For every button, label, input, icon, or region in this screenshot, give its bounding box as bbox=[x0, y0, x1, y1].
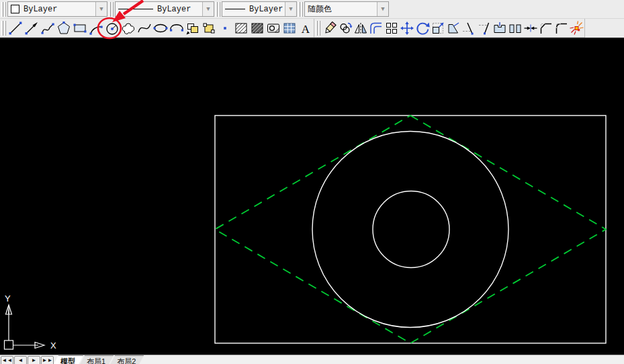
drawn-inner-circle[interactable] bbox=[373, 191, 449, 268]
ucs-y-label: Y bbox=[5, 293, 11, 304]
model-space-canvas[interactable]: Y X bbox=[0, 39, 624, 355]
first-tab-button[interactable]: ◄◄ bbox=[1, 356, 13, 364]
gradient-tool-button[interactable] bbox=[249, 19, 265, 37]
polygon-tool-button[interactable] bbox=[56, 19, 72, 37]
next-tab-button[interactable]: ► bbox=[28, 356, 40, 364]
scale-icon bbox=[430, 20, 446, 36]
copy-icon bbox=[337, 20, 353, 36]
tab-nav-buttons: ◄◄◄►►► bbox=[1, 355, 54, 364]
ellipse-tool-button[interactable] bbox=[152, 19, 169, 37]
layout-tab-布局1[interactable]: 布局1 bbox=[79, 355, 114, 364]
ellipse-icon bbox=[152, 20, 169, 36]
break-tool-button[interactable] bbox=[507, 19, 523, 37]
polygon-icon bbox=[56, 20, 72, 36]
chevron-down-icon[interactable]: ▼ bbox=[95, 2, 107, 16]
chevron-down-icon[interactable]: ▼ bbox=[377, 2, 388, 16]
spline-tool-button[interactable] bbox=[136, 19, 152, 37]
lineweight-sample-icon bbox=[225, 9, 245, 9]
toolbar-grip[interactable] bbox=[1, 21, 6, 36]
toolbar-grip[interactable] bbox=[1, 2, 6, 17]
rectangle-tool-button[interactable] bbox=[72, 19, 88, 37]
erase-icon bbox=[322, 20, 338, 36]
chamfer-tool-button[interactable] bbox=[538, 19, 553, 37]
break-icon bbox=[507, 20, 523, 36]
arc-tool-button[interactable] bbox=[88, 19, 104, 37]
hatch-tool-button[interactable] bbox=[233, 19, 249, 37]
array-tool-button[interactable] bbox=[384, 19, 399, 37]
draw-toolbar: A bbox=[0, 19, 314, 38]
move-tool-button[interactable] bbox=[399, 19, 414, 37]
drawn-dashed-diamond[interactable] bbox=[215, 116, 606, 343]
layout-tab-布局2[interactable]: 布局2 bbox=[109, 355, 144, 364]
color-swatch-icon bbox=[11, 5, 19, 13]
toolbar-grip[interactable] bbox=[216, 2, 220, 17]
trim-icon bbox=[461, 20, 477, 36]
multiline-text-tool-button[interactable]: A bbox=[298, 19, 314, 37]
line-icon bbox=[7, 20, 24, 36]
last-tab-button[interactable]: ►► bbox=[41, 356, 54, 364]
fillet-icon bbox=[553, 20, 570, 36]
point-icon bbox=[217, 20, 233, 36]
table-tool-button[interactable] bbox=[281, 19, 298, 37]
modify-toolbar-icons bbox=[322, 19, 584, 37]
tool-toolbar-row: A bbox=[0, 19, 624, 39]
point-tool-button[interactable] bbox=[217, 19, 233, 37]
toolbar-grip[interactable] bbox=[316, 21, 320, 36]
sheet-tabs: 模型布局1布局2 bbox=[57, 355, 144, 364]
table-icon bbox=[281, 20, 298, 36]
color-control-dropdown[interactable]: ByLayer ▼ bbox=[7, 1, 107, 17]
chevron-down-icon[interactable]: ▼ bbox=[285, 2, 296, 16]
make-block-tool-button[interactable] bbox=[201, 19, 217, 37]
extend-tool-button[interactable] bbox=[476, 19, 492, 37]
toolbar-grip[interactable] bbox=[109, 2, 114, 17]
svg-text:A: A bbox=[302, 23, 310, 36]
region-tool-button[interactable] bbox=[265, 19, 281, 37]
ucs-icon: Y X bbox=[5, 293, 57, 351]
fillet-tool-button[interactable] bbox=[553, 19, 569, 37]
circle-tool-button[interactable] bbox=[104, 19, 120, 37]
copy-tool-button[interactable] bbox=[337, 19, 353, 37]
drawn-outer-circle[interactable] bbox=[312, 132, 508, 328]
drawn-rectangle[interactable] bbox=[215, 116, 606, 343]
lineweight-control-dropdown[interactable]: ByLayer ▼ bbox=[222, 1, 297, 17]
offset-tool-button[interactable] bbox=[368, 19, 384, 37]
stretch-tool-button[interactable] bbox=[445, 19, 461, 37]
rotate-tool-button[interactable] bbox=[414, 19, 430, 37]
toolbar-grip[interactable] bbox=[298, 2, 303, 17]
array-icon bbox=[384, 20, 400, 36]
insert-block-tool-button[interactable] bbox=[185, 19, 201, 37]
previous-tab-button[interactable]: ◄ bbox=[14, 356, 27, 364]
polyline-icon bbox=[40, 20, 56, 36]
layout-tab-模型[interactable]: 模型 bbox=[52, 355, 83, 364]
properties-toolbar: ByLayer ▼ ByLayer ▼ ByLayer ▼ 随颜色 ▼ bbox=[0, 0, 624, 19]
linetype-control-value: ByLayer bbox=[157, 5, 191, 14]
color-control-value: ByLayer bbox=[24, 5, 57, 14]
plot-style-control-dropdown[interactable]: 随颜色 ▼ bbox=[304, 1, 389, 17]
polyline-tool-button[interactable] bbox=[40, 19, 56, 37]
scale-tool-button[interactable] bbox=[430, 19, 445, 37]
explode-icon bbox=[569, 20, 585, 36]
trim-tool-button[interactable] bbox=[461, 19, 476, 37]
ellipse-arc-tool-button[interactable] bbox=[169, 19, 185, 37]
break-at-point-tool-button[interactable] bbox=[492, 19, 507, 37]
lineweight-control-value: ByLayer bbox=[249, 5, 283, 14]
mirror-tool-button[interactable] bbox=[353, 19, 368, 37]
line-tool-button[interactable] bbox=[7, 19, 24, 37]
make-block-icon bbox=[201, 20, 217, 36]
join-tool-button[interactable] bbox=[523, 19, 538, 37]
move-icon bbox=[399, 20, 415, 36]
revision-cloud-tool-button[interactable] bbox=[120, 19, 136, 37]
multiline-text-icon: A bbox=[298, 20, 314, 36]
construction-line-tool-button[interactable] bbox=[24, 19, 40, 37]
spline-icon bbox=[136, 20, 152, 36]
chevron-down-icon[interactable]: ▼ bbox=[202, 2, 214, 16]
erase-tool-button[interactable] bbox=[322, 19, 337, 37]
circle-icon bbox=[104, 20, 120, 36]
ucs-x-label: X bbox=[50, 340, 56, 351]
explode-tool-button[interactable] bbox=[569, 19, 584, 37]
construction-line-icon bbox=[24, 20, 40, 36]
stretch-icon bbox=[445, 20, 461, 36]
offset-icon bbox=[368, 20, 384, 36]
linetype-control-dropdown[interactable]: ByLayer ▼ bbox=[115, 1, 214, 17]
layout-tab-bar: ◄◄◄►►► 模型布局1布局2 bbox=[0, 355, 624, 364]
